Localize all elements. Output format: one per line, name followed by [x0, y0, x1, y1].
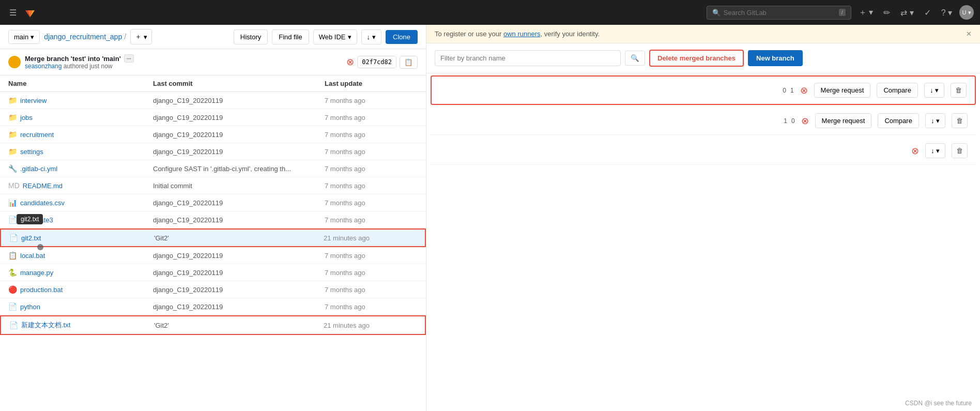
txt2-icon: 📄 — [9, 321, 18, 329]
file-link[interactable]: 🔴production.bat — [8, 285, 153, 294]
file-link[interactable]: 📊candidates.csv — [8, 199, 153, 207]
commit-action: authored — [64, 63, 90, 70]
branch-caret-icon: ▾ — [30, 33, 34, 41]
col-name-header: Name — [8, 80, 153, 87]
delete-merged-button[interactable]: Delete merged branches — [649, 50, 744, 67]
table-row: 📄candidate3 django_C19_20220119 7 months… — [0, 211, 426, 229]
cancel-icon[interactable]: ⊗ — [346, 56, 354, 68]
pencil-icon[interactable]: ✏ — [880, 6, 893, 20]
bat-icon: 📋 — [8, 251, 17, 260]
file-link[interactable]: MDREADME.md — [8, 181, 153, 190]
branch-row-3: ⊗ ↓ ▾ 🗑 — [431, 137, 976, 165]
table-row-highlighted2: 📄新建文本文档.txt 'Git2' 21 minutes ago — [0, 315, 426, 335]
search-input[interactable] — [724, 9, 836, 17]
global-search-box[interactable]: 🔍 / — [707, 6, 851, 20]
folder-icon: 📁 — [8, 147, 17, 156]
ahead-behind-test: 1 0 — [784, 117, 794, 125]
ellipsis-button[interactable]: ··· — [124, 54, 134, 63]
cursor-indicator — [37, 244, 43, 250]
repo-toolbar: main ▾ django_recruitment_app / ＋ ▾ Hist… — [0, 25, 426, 49]
breadcrumb-project[interactable]: django_recruitment_app — [44, 33, 122, 41]
file-link[interactable]: 📋local.bat — [8, 251, 153, 260]
web-ide-button[interactable]: Web IDE ▾ — [313, 29, 357, 44]
commit-hash-badge[interactable]: 02f7cd82 — [357, 56, 396, 68]
file-link[interactable]: 📄新建文本文档.txt — [9, 321, 154, 330]
history-button[interactable]: History — [234, 29, 268, 44]
delete-branch-main[interactable]: 🗑 — [951, 83, 967, 98]
table-row: 📋local.bat django_C19_20220119 7 months … — [0, 247, 426, 264]
py-icon: 🐍 — [8, 268, 17, 277]
copy-hash-button[interactable]: 📋 — [400, 56, 418, 69]
file-link[interactable]: 📄git2.txt — [9, 234, 154, 242]
commit-author-link[interactable]: seasonzhang — [25, 63, 62, 70]
new-button[interactable]: ＋ ▾ — [130, 29, 152, 44]
file-link[interactable]: 📄python — [8, 302, 153, 311]
compare-button-test[interactable]: Compare — [878, 113, 918, 128]
plus-icon: ＋ — [135, 32, 142, 41]
table-row: 📄python django_C19_20220119 7 months ago — [0, 298, 426, 315]
breadcrumb-sep: / — [124, 33, 126, 41]
download-branch-test[interactable]: ↓ ▾ — [925, 113, 945, 128]
branches-panel: To register or use your own runners, ver… — [426, 25, 980, 411]
caret-icon: ▾ — [144, 33, 147, 41]
table-row: 🔧.gitlab-ci.yml Configure SAST in '.gitl… — [0, 160, 426, 177]
own-runners-link[interactable]: own runners — [503, 30, 541, 38]
download-caret-icon: ▾ — [372, 33, 376, 41]
gitlab-navbar: ☰ 🔍 / ＋ ▾ ✏ ⇄ ▾ ✓ ? ▾ U ▾ — [0, 0, 980, 25]
yml-icon: 🔧 — [8, 164, 17, 173]
branch-row-test: 1 0 ⊗ Merge request Compare ↓ ▾ 🗑 — [431, 107, 976, 135]
merge-icon[interactable]: ⇄ ▾ — [897, 6, 916, 20]
new-branch-button[interactable]: New branch — [748, 50, 803, 66]
cancel-branch-test[interactable]: ⊗ — [801, 115, 809, 127]
avatar[interactable]: U ▾ — [959, 5, 974, 20]
file-link[interactable]: 📁interview — [8, 96, 153, 104]
table-row: 📁interview django_C19_20220119 7 months … — [0, 92, 426, 109]
col-update-header: Last update — [325, 80, 418, 87]
delete-branch-3[interactable]: 🗑 — [952, 143, 968, 158]
table-row-highlighted: 📄git2.txt 'Git2' 21 minutes ago git2.txt — [0, 229, 426, 247]
table-row: MDREADME.md Initial commit 7 months ago — [0, 177, 426, 194]
table-row: 🐍manage.py django_C19_20220119 7 months … — [0, 264, 426, 281]
csv-icon: 📊 — [8, 199, 17, 207]
download-button[interactable]: ↓ ▾ — [361, 29, 382, 44]
download-branch-3[interactable]: ↓ ▾ — [925, 143, 945, 158]
slash-badge: / — [839, 9, 846, 16]
commit-info: Merge branch 'test' into 'main' ··· seas… — [25, 54, 342, 70]
branch-selector[interactable]: main ▾ — [8, 30, 40, 44]
delete-branch-test[interactable]: 🗑 — [952, 113, 968, 128]
folder-icon: 📁 — [8, 96, 17, 104]
file-link[interactable]: 🔧.gitlab-ci.yml — [8, 164, 153, 173]
folder-icon: 📁 — [8, 113, 17, 121]
file-link[interactable]: 🐍manage.py — [8, 268, 153, 277]
merge-request-button-main[interactable]: Merge request — [814, 83, 871, 98]
branch-search-button[interactable]: 🔍 — [625, 51, 645, 66]
webide-caret-icon: ▾ — [348, 33, 351, 41]
branches-toolbar: 🔍 Delete merged branches New branch — [426, 43, 980, 73]
filename-tooltip: git2.txt — [17, 214, 43, 224]
download-branch-main[interactable]: ↓ ▾ — [924, 83, 944, 98]
table-row: 📁recruitment django_C19_20220119 7 month… — [0, 126, 426, 143]
col-commit-header: Last commit — [153, 80, 325, 87]
file-table-header: Name Last commit Last update — [0, 75, 426, 92]
file-link[interactable]: 📁settings — [8, 147, 153, 156]
branch-filter-input[interactable] — [435, 50, 621, 66]
question-icon[interactable]: ? ▾ — [938, 6, 955, 20]
plus-icon[interactable]: ＋ ▾ — [855, 5, 876, 20]
file-link[interactable]: 📁recruitment — [8, 130, 153, 139]
clone-button[interactable]: Clone — [386, 30, 418, 44]
merge-request-button-test[interactable]: Merge request — [815, 113, 872, 128]
web-ide-label: Web IDE — [319, 33, 346, 41]
branch-name: main — [14, 33, 28, 41]
close-banner-button[interactable]: ✕ — [966, 30, 972, 38]
file-table: 📁interview django_C19_20220119 7 months … — [0, 92, 426, 335]
check-icon[interactable]: ✓ — [921, 6, 934, 20]
hamburger-icon[interactable]: ☰ — [6, 6, 20, 20]
compare-button-main[interactable]: Compare — [877, 83, 917, 98]
commit-avatar — [8, 56, 21, 68]
find-file-button[interactable]: Find file — [272, 29, 309, 44]
folder-icon: 📁 — [8, 130, 17, 139]
file-link[interactable]: 📁jobs — [8, 113, 153, 121]
watermark: CSDN @i see the future — [905, 400, 972, 407]
cancel-branch-3[interactable]: ⊗ — [911, 145, 919, 157]
cancel-branch-main[interactable]: ⊗ — [800, 85, 808, 96]
